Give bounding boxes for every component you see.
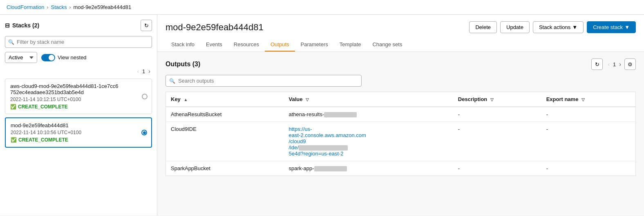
row-1-export-name: - [541,107,636,122]
cloud9-link[interactable]: https://us-east-2.console.aws.amazon.com… [289,126,448,157]
breadcrumb-cloudformation[interactable]: CloudFormation [7,4,45,10]
desc-sort-icon[interactable]: ▽ [490,97,494,102]
row-3-value: spark-app- [284,161,453,176]
sidebar-next-page[interactable]: › [147,67,152,75]
view-nested-toggle-row: View nested [41,54,87,61]
sidebar-search-icon: 🔍 [8,39,14,45]
sidebar-search-input[interactable] [5,36,152,48]
sidebar-collapse-icon[interactable]: ⊟ [5,22,10,29]
stack-item-0[interactable]: aws-cloud9-mod-9e2e59feab444d81-1ce7cc67… [5,79,152,114]
outputs-actions: ↻ ‹ 1 › ⚙ [591,59,636,70]
row-2-export-name: - [541,122,636,161]
delete-button[interactable]: Delete [469,21,497,33]
redacted-3 [314,166,347,171]
row-2-description: - [453,122,541,161]
tab-change-sets[interactable]: Change sets [367,38,408,52]
redacted-2 [299,145,348,151]
content-area: mod-9e2e59feab444d81 Delete Update Stack… [157,15,644,216]
outputs-next-page[interactable]: › [617,60,623,68]
outputs-refresh-button[interactable]: ↻ [591,59,603,70]
create-stack-button[interactable]: Create stack ▼ [587,21,636,33]
row-2-value: https://us-east-2.console.aws.amazon.com… [284,122,453,161]
sidebar: ⊟ Stacks (2) ↻ 🔍 Active All Deleted View… [0,15,157,216]
content-title-row: mod-9e2e59feab444d81 Delete Update Stack… [165,21,636,33]
table-row: SparkAppBucket spark-app- - - [166,161,636,176]
outputs-header: Outputs (3) ↻ ‹ 1 › ⚙ [165,59,636,70]
view-nested-toggle[interactable] [41,54,55,61]
status-icon-0: ✅ [10,104,16,110]
sidebar-search-box: 🔍 [5,36,152,48]
update-button[interactable]: Update [500,21,530,33]
tabs: Stack info Events Resources Outputs Para… [165,38,636,52]
outputs-settings-icon[interactable]: ⚙ [624,59,636,70]
sidebar-pagination: ‹ 1 › [5,67,152,75]
redacted-1 [324,112,357,117]
stack-item-1-status: ✅ CREATE_COMPLETE [11,137,146,143]
view-nested-label: View nested [58,54,87,61]
tab-resources[interactable]: Resources [228,38,265,52]
tab-parameters[interactable]: Parameters [295,38,334,52]
col-value: Value ▽ [284,92,453,107]
breadcrumb-sep-1: › [47,4,49,10]
page-title: mod-9e2e59feab444d81 [165,22,264,33]
col-key: Key ▲ [166,92,284,107]
radio-dot-inner [143,131,146,134]
stack-item-0-name: aws-cloud9-mod-9e2e59feab444d81-1ce7cc67… [10,83,147,95]
outputs-prev-page[interactable]: ‹ [606,60,611,68]
tab-stack-info[interactable]: Stack info [165,38,200,52]
sidebar-title-text: Stacks (2) [12,22,39,29]
tab-template[interactable]: Template [334,38,367,52]
stack-item-1-status-text: CREATE_COMPLETE [18,137,68,143]
breadcrumb-sep-2: › [69,4,71,10]
stack-item-1[interactable]: mod-9e2e59feab444d81 2022-11-14 10:10:56… [5,117,152,148]
row-3-description: - [453,161,541,176]
table-row: Cloud9IDE https://us-east-2.console.aws.… [166,122,636,161]
sidebar-filter-row: Active All Deleted View nested [5,52,152,63]
stack-item-1-name: mod-9e2e59feab444d81 [11,122,146,128]
stack-item-1-date: 2022-11-14 10:10:56 UTC+0100 [11,130,146,135]
outputs-page-num: 1 [613,61,616,68]
col-description: Description ▽ [453,92,541,107]
stack-item-1-radio [141,130,147,135]
sidebar-prev-page[interactable]: ‹ [135,67,141,75]
row-1-description: - [453,107,541,122]
breadcrumb-current: mod-9e2e59feab444d81 [74,4,132,10]
export-sort-icon[interactable]: ▽ [581,97,585,102]
breadcrumb: CloudFormation › Stacks › mod-9e2e59feab… [0,0,644,15]
stack-actions-chevron-icon: ▼ [572,24,577,30]
table-row: AthenaResultsBucket athena-results- - - [166,107,636,122]
row-3-key: SparkAppBucket [166,161,284,176]
row-1-key: AthenaResultsBucket [166,107,284,122]
stack-item-0-status-text: CREATE_COMPLETE [18,104,68,110]
sidebar-header: ⊟ Stacks (2) ↻ [5,20,152,31]
tab-events[interactable]: Events [200,38,228,52]
stack-actions-button[interactable]: Stack actions ▼ [533,21,584,33]
stack-item-0-date: 2022-11-14 10:12:15 UTC+0100 [10,97,147,102]
row-3-export-name: - [541,161,636,176]
stack-item-0-status: ✅ CREATE_COMPLETE [10,104,147,110]
sidebar-page-num: 1 [142,68,145,74]
table-header-row: Key ▲ Value ▽ Description ▽ Export name … [166,92,636,107]
key-sort-icon[interactable]: ▲ [183,97,188,102]
header-buttons: Delete Update Stack actions ▼ Create sta… [469,21,636,33]
stack-item-0-radio [142,94,148,99]
sidebar-title: ⊟ Stacks (2) [5,22,39,29]
sidebar-refresh-button[interactable]: ↻ [141,20,152,31]
content-header: mod-9e2e59feab444d81 Delete Update Stack… [157,15,644,52]
outputs-search-icon: 🔍 [169,78,175,84]
outputs-pagination: ‹ 1 › ⚙ [606,59,636,70]
status-icon-1: ✅ [11,137,17,143]
create-stack-chevron-icon: ▼ [624,24,630,30]
tab-outputs[interactable]: Outputs [265,38,295,52]
sidebar-filter-select[interactable]: Active All Deleted [5,52,37,63]
outputs-section: Outputs (3) ↻ ‹ 1 › ⚙ 🔍 [157,52,644,182]
value-sort-icon[interactable]: ▽ [306,97,309,102]
col-export-name: Export name ▽ [541,92,636,107]
breadcrumb-stacks[interactable]: Stacks [51,4,67,10]
outputs-search-input[interactable] [165,75,362,87]
outputs-search-box: 🔍 [165,75,636,87]
outputs-table: Key ▲ Value ▽ Description ▽ Export name … [165,92,636,176]
row-1-value: athena-results- [284,107,453,122]
outputs-title: Outputs (3) [165,61,200,68]
toggle-knob [49,55,54,61]
